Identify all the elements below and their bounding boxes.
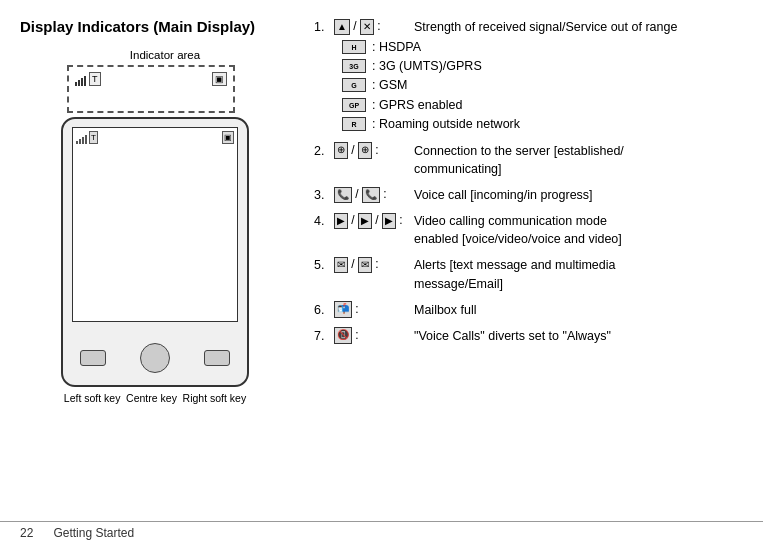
item2-icon: ⊕ / ⊕ : bbox=[334, 142, 414, 159]
item7-icon: 📵 : bbox=[334, 327, 414, 344]
list-item-6: 6. 📬 : Mailbox full bbox=[314, 301, 743, 319]
item4-icon: ▶ / ▶ / ▶ : bbox=[334, 212, 414, 229]
hsdpa-label: : HSDPA bbox=[372, 38, 421, 56]
sub-item-gprs: GP : GPRS enabled bbox=[342, 96, 677, 114]
left-soft-key-label: Left soft key bbox=[64, 392, 121, 404]
list-item-7: 7. 📵 : "Voice Calls" diverts set to "Alw… bbox=[314, 327, 743, 345]
key-labels: Left soft key Centre key Right soft key bbox=[61, 392, 249, 404]
item2-desc: Connection to the server [established/co… bbox=[414, 142, 624, 178]
item7-desc: "Voice Calls" diverts set to "Always" bbox=[414, 327, 611, 345]
gprs-label: : GPRS enabled bbox=[372, 96, 462, 114]
screen-status-icons: T bbox=[75, 72, 101, 86]
gprs-icon: GP bbox=[342, 98, 366, 112]
top-right-icon: ▣ bbox=[212, 72, 227, 86]
page-footer: 22 Getting Started bbox=[20, 526, 134, 540]
network-type-icon: T bbox=[89, 72, 101, 86]
centre-key-label: Centre key bbox=[126, 392, 177, 404]
list-number-7: 7. bbox=[314, 327, 334, 345]
sub-item-3g: 3G : 3G (UMTS)/GPRS bbox=[342, 57, 677, 75]
list-item-4: 4. ▶ / ▶ / ▶ : Video calling communicati… bbox=[314, 212, 743, 248]
item4-desc: Video calling communication modeenabled … bbox=[414, 212, 622, 248]
right-soft-key-label: Right soft key bbox=[183, 392, 247, 404]
list-item-3: 3. 📞 / 📞 : Voice call [incoming/in progr… bbox=[314, 186, 743, 204]
item5-icon: ✉ / ✉ : bbox=[334, 256, 414, 273]
gsm-label: : GSM bbox=[372, 76, 407, 94]
phone-screen: T ▣ bbox=[72, 127, 238, 322]
left-section: Display Indicators (Main Display) Indica… bbox=[20, 18, 300, 534]
list-item-5: 5. ✉ / ✉ : Alerts [text message and mult… bbox=[314, 256, 743, 292]
signal-bars-screen bbox=[76, 133, 87, 144]
item3-icon: 📞 / 📞 : bbox=[334, 186, 414, 203]
signal-icon bbox=[75, 74, 86, 86]
item6-icon: 📬 : bbox=[334, 301, 414, 318]
phone-outline: T ▣ bbox=[61, 117, 249, 387]
footer-page-number: 22 bbox=[20, 526, 33, 540]
list-number-2: 2. bbox=[314, 142, 334, 178]
sub-item-roaming: R : Roaming outside network bbox=[342, 115, 677, 133]
page-container: Display Indicators (Main Display) Indica… bbox=[0, 0, 763, 552]
gsm-icon: G bbox=[342, 78, 366, 92]
hsdpa-icon: H bbox=[342, 40, 366, 54]
right-section: 1. ▲ / ✕ : Strength of received signal/S… bbox=[300, 18, 743, 534]
indicator-area-box: T ▣ bbox=[67, 65, 235, 113]
item1-desc: Strength of received signal/Service out … bbox=[414, 18, 677, 36]
list-item-2: 2. ⊕ / ⊕ : Connection to the server [est… bbox=[314, 142, 743, 178]
list-number-4: 4. bbox=[314, 212, 334, 248]
phone-keys bbox=[63, 343, 247, 373]
roaming-label: : Roaming outside network bbox=[372, 115, 520, 133]
left-soft-key-btn[interactable] bbox=[80, 350, 106, 366]
list-number-1: 1. bbox=[314, 18, 334, 134]
item1-icon: ▲ / ✕ : bbox=[334, 18, 414, 35]
3g-label: : 3G (UMTS)/GPRS bbox=[372, 57, 482, 75]
list-number-6: 6. bbox=[314, 301, 334, 319]
roaming-icon: R bbox=[342, 117, 366, 131]
list-number-5: 5. bbox=[314, 256, 334, 292]
list-item-1: 1. ▲ / ✕ : Strength of received signal/S… bbox=[314, 18, 743, 134]
sub-item-hsdpa: H : HSDPA bbox=[342, 38, 677, 56]
item5-desc: Alerts [text message and multimediamessa… bbox=[414, 256, 615, 292]
item1-subitems: H : HSDPA 3G : 3G (UMTS)/GPRS G : GSM GP… bbox=[342, 38, 677, 133]
list-number-3: 3. bbox=[314, 186, 334, 204]
main-title: Display Indicators (Main Display) bbox=[20, 18, 290, 35]
battery-icon-screen: ▣ bbox=[222, 131, 234, 144]
right-soft-key-btn[interactable] bbox=[204, 350, 230, 366]
footer-section-label: Getting Started bbox=[53, 526, 134, 540]
network-icon-screen: T bbox=[89, 131, 98, 144]
footer-divider bbox=[0, 521, 763, 522]
item6-desc: Mailbox full bbox=[414, 301, 477, 319]
screen-icons: T bbox=[76, 131, 98, 144]
3g-icon: 3G bbox=[342, 59, 366, 73]
item3-desc: Voice call [incoming/in progress] bbox=[414, 186, 593, 204]
indicator-label: Indicator area bbox=[40, 49, 290, 61]
sub-item-gsm: G : GSM bbox=[342, 76, 677, 94]
centre-key-btn[interactable] bbox=[140, 343, 170, 373]
